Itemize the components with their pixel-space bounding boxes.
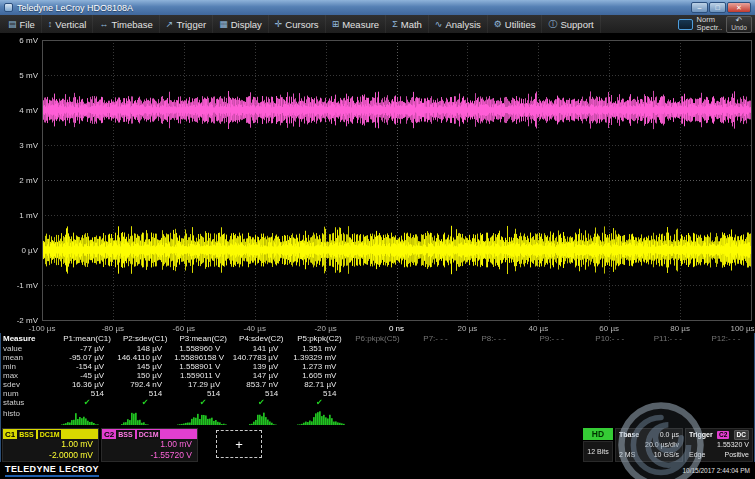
waveform-grid-canvas[interactable]	[0, 34, 755, 333]
menu-item-measure[interactable]: ⊞Measure	[326, 15, 387, 33]
x-axis-label: 40 µs	[528, 324, 548, 333]
measure-column-header[interactable]: P4:sdev(C2)	[232, 334, 290, 343]
measure-column-header[interactable]: P12:- - -	[697, 334, 755, 343]
measure-table[interactable]: MeasureP1:mean(C1)P2:sdev(C1)P3:mean(C2)…	[0, 333, 755, 407]
menu-item-label: Measure	[342, 19, 379, 30]
trigger-mode: Edge	[689, 450, 705, 460]
timebase-icon: ↔	[99, 19, 108, 29]
menu-item-timebase[interactable]: ↔Timebase	[93, 15, 159, 33]
measure-icon: ⊞	[332, 19, 340, 29]
undo-button[interactable]: ↶ Undo	[726, 16, 752, 33]
status-check-icon: ✔	[174, 398, 232, 407]
measure-row-label: max	[0, 371, 58, 380]
resolution-label: 12 Bits	[583, 441, 613, 462]
menu-item-trigger[interactable]: ↗Trigger	[160, 15, 213, 33]
measure-value: 1.558960 V	[174, 344, 232, 353]
measure-row-sdev: sdev16.36 µV792.4 nV17.29 µV853.7 nV82.7…	[0, 380, 755, 389]
measure-column-header[interactable]: P1:mean(C1)	[58, 334, 116, 343]
measure-value: 1.559011 V	[174, 371, 232, 380]
menu-item-math[interactable]: ΣMath	[386, 15, 429, 33]
menu-item-file[interactable]: ▤File	[2, 15, 42, 33]
measure-value: 17.29 µV	[174, 380, 232, 389]
measure-column-header[interactable]: P5:pkpk(C2)	[290, 334, 348, 343]
channel-c1-descriptor[interactable]: C1 BSS DC1M 1.00 mV -2.0000 mV	[2, 428, 99, 462]
timebase-label: Tbase	[619, 430, 639, 440]
channel-c2-header: C2 BSS DC1M	[102, 429, 197, 439]
measure-column-header[interactable]: P8:- - -	[465, 334, 523, 343]
histo-row-label: histo	[3, 409, 20, 418]
support-icon: ⓘ	[548, 18, 557, 31]
add-trace-button[interactable]: +	[216, 430, 262, 458]
hd-resolution-box[interactable]: HD 12 Bits	[583, 428, 613, 462]
trigger-descriptor[interactable]: Trigger C2 DC 1.55320 V Edge Positive	[685, 428, 753, 462]
measure-value: 146.4110 µV	[116, 353, 174, 362]
menu-item-label: Cursors	[285, 19, 318, 30]
measure-value: -95.07 µV	[58, 353, 116, 362]
channel-c2-bandwidth-badge: BSS	[116, 430, 134, 439]
x-axis-label: 80 µs	[670, 324, 690, 333]
app-icon	[4, 3, 13, 12]
timebase-delay: 0.0 µs	[660, 430, 679, 440]
menu-item-support[interactable]: ⓘSupport	[542, 15, 600, 33]
measure-value: 1.558901 V	[174, 362, 232, 371]
math-icon: Σ	[392, 19, 398, 29]
y-axis-label: 6 mV	[2, 36, 38, 45]
measure-value: 514	[232, 389, 290, 398]
trigger-source-badge: C2	[717, 431, 729, 439]
x-axis-label: -80 µs	[102, 324, 124, 333]
menu-item-utilities[interactable]: ⚙Utilities	[488, 15, 543, 33]
channel-c1-coupling-badge: DC1M	[38, 430, 62, 439]
cursors-icon: ✛	[275, 19, 283, 29]
menu-item-label: Math	[401, 19, 422, 30]
measure-column-header[interactable]: P3:mean(C2)	[174, 334, 232, 343]
y-axis-label: 4 mV	[2, 106, 38, 115]
measure-column-header[interactable]: P11:- - -	[639, 334, 697, 343]
measure-value: 514	[58, 389, 116, 398]
title-bar[interactable]: Teledyne LeCroy HDO8108A – □ ✕	[0, 0, 755, 15]
measure-column-header[interactable]: P9:- - -	[523, 334, 581, 343]
maximize-button[interactable]: □	[709, 2, 726, 13]
y-axis-label: 0 µV	[2, 246, 38, 255]
menu-item-analysis[interactable]: ∿Analysis	[429, 15, 488, 33]
timebase-scale: 20.0 µs/div	[645, 440, 679, 450]
menu-item-label: Display	[231, 19, 262, 30]
menu-item-vertical[interactable]: ↕Vertical	[42, 15, 94, 33]
trigger-slope: Positive	[724, 450, 749, 460]
measure-column-header[interactable]: P10:- - -	[581, 334, 639, 343]
measure-column-header[interactable]: P7:- - -	[406, 334, 464, 343]
timestamp: 10/15/2017 2:44:04 PM	[682, 467, 750, 474]
display-grid-icon[interactable]	[678, 19, 693, 30]
vertical-icon: ↕	[48, 19, 53, 29]
footer-bar: TELEDYNE LECROY 10/15/2017 2:44:04 PM	[0, 462, 755, 479]
x-axis-label: 0 ns	[389, 324, 404, 333]
undo-icon: ↶	[736, 17, 743, 24]
channel-c2-coupling-badge: DC1M	[137, 430, 161, 439]
oscilloscope-application-window: Teledyne LeCroy HDO8108A – □ ✕ ▤File↕Ver…	[0, 0, 755, 479]
measure-row-min: min-154 µV145 µV1.558901 V139 µV1.273 mV	[0, 362, 755, 371]
y-axis-label: 3 mV	[2, 141, 38, 150]
status-check-icon: ✔	[58, 398, 116, 407]
measure-value: 148 µV	[116, 344, 174, 353]
minimize-button[interactable]: –	[691, 2, 708, 13]
measure-row-status: status✔✔✔✔✔	[0, 398, 755, 407]
spectrum-label[interactable]: Spectr..	[697, 24, 722, 32]
measure-value: 145 µV	[116, 362, 174, 371]
x-axis-label: -100 µs	[29, 324, 56, 333]
channel-c2-descriptor[interactable]: C2 BSS DC1M 1.00 mV -1.55720 V	[101, 428, 198, 462]
x-axis-label: -40 µs	[243, 324, 265, 333]
waveform-display[interactable]: 6 mV5 mV4 mV3 mV2 mV1 mV0 µV-1 mV-2 mV-1…	[0, 34, 755, 333]
hd-mode-badge: HD	[583, 428, 613, 440]
timebase-descriptor[interactable]: Tbase 0.0 µs 20.0 µs/div 2 MS 10 GS/s	[615, 428, 683, 462]
measure-column-header[interactable]: P6:pkpk(C5)	[348, 334, 406, 343]
measure-value: 792.4 nV	[116, 380, 174, 389]
analysis-icon: ∿	[435, 19, 443, 29]
menu-bar: ▤File↕Vertical↔Timebase↗Trigger▦Display✛…	[0, 15, 755, 34]
y-axis-label: -1 mV	[2, 281, 38, 290]
menu-item-display[interactable]: ▦Display	[213, 15, 269, 33]
menu-item-label: Support	[560, 19, 593, 30]
close-button[interactable]: ✕	[727, 2, 751, 13]
status-check-icon: ✔	[290, 398, 348, 407]
menu-item-cursors[interactable]: ✛Cursors	[269, 15, 326, 33]
status-check-icon: ✔	[116, 398, 174, 407]
measure-column-header[interactable]: P2:sdev(C1)	[116, 334, 174, 343]
